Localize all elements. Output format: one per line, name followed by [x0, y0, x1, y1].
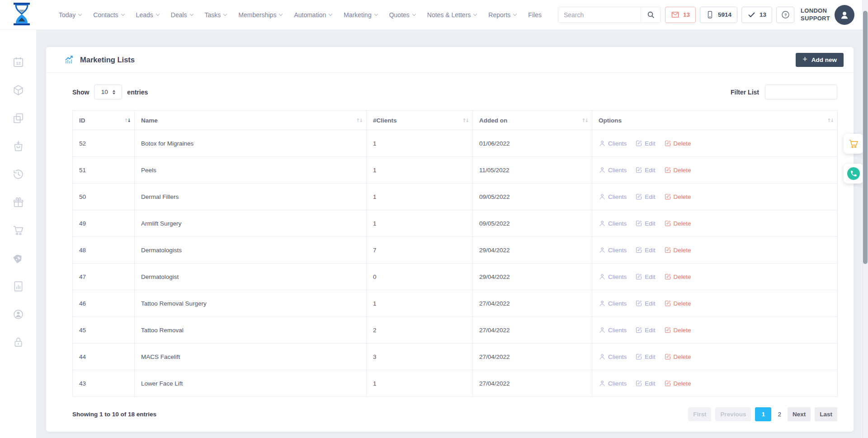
edit-icon: [635, 300, 642, 307]
help-button[interactable]: [776, 7, 794, 23]
clients-link[interactable]: Clients: [599, 246, 627, 254]
add-new-button[interactable]: + Add new: [796, 53, 844, 67]
page-button-2[interactable]: 2: [775, 407, 783, 421]
tasks-badge[interactable]: 13: [741, 7, 772, 23]
edit-link[interactable]: Edit: [635, 380, 655, 387]
delete-link[interactable]: Delete: [664, 166, 691, 174]
messages-badge[interactable]: 13: [665, 7, 696, 23]
sidebar-item-report[interactable]: [12, 280, 24, 292]
person-icon: [599, 220, 606, 227]
edit-link[interactable]: Edit: [635, 353, 655, 360]
page-scrollbar-thumb[interactable]: [863, 11, 868, 264]
page-button-first[interactable]: First: [688, 407, 711, 421]
nav-item-today[interactable]: Today: [59, 11, 81, 19]
delete-link[interactable]: Delete: [664, 246, 691, 254]
page-button-last[interactable]: Last: [815, 407, 837, 421]
delete-edit-icon: [664, 193, 671, 200]
nav-item-deals[interactable]: Deals: [171, 11, 193, 19]
nav-item-contacts[interactable]: Contacts: [93, 11, 124, 19]
page-scrollbar-track[interactable]: [863, 0, 868, 438]
delete-link[interactable]: Delete: [664, 273, 691, 280]
clients-link[interactable]: Clients: [599, 353, 627, 360]
cart-fab-button[interactable]: [844, 134, 863, 154]
edit-link[interactable]: Edit: [635, 140, 655, 147]
delete-link[interactable]: Delete: [664, 353, 691, 360]
clients-link[interactable]: Clients: [599, 273, 627, 280]
page-button-1[interactable]: 1: [755, 407, 771, 421]
delete-link[interactable]: Delete: [664, 140, 691, 147]
gift-icon: [12, 196, 24, 208]
sidebar-item-price-tag[interactable]: [12, 252, 24, 264]
avatar[interactable]: [835, 5, 854, 25]
nav-item-automation[interactable]: Automation: [294, 11, 332, 19]
search-input[interactable]: [558, 7, 641, 23]
edit-link[interactable]: Edit: [635, 193, 655, 200]
delete-link[interactable]: Delete: [664, 193, 691, 200]
cell-clients: 1: [367, 130, 473, 157]
cell-clients: 1: [367, 370, 473, 397]
delete-link[interactable]: Delete: [664, 300, 691, 307]
nav-item-notes-letters[interactable]: Notes & Letters: [427, 11, 477, 19]
nav-item-tasks[interactable]: Tasks: [205, 11, 227, 19]
delete-link[interactable]: Delete: [664, 326, 691, 334]
clients-link[interactable]: Clients: [599, 193, 627, 200]
delete-edit-icon: [664, 326, 671, 334]
sidebar-item-gift[interactable]: [12, 196, 24, 208]
nav-item-files[interactable]: Files: [528, 11, 542, 19]
clients-link[interactable]: Clients: [599, 166, 627, 174]
nav-item-memberships[interactable]: Memberships: [238, 11, 282, 19]
edit-link[interactable]: Edit: [635, 326, 655, 334]
search-button[interactable]: [641, 7, 660, 23]
column-header-name[interactable]: Name ↑↓: [135, 111, 367, 130]
edit-link[interactable]: Edit: [635, 273, 655, 280]
table-row: 49 Armlift Surgery 1 09/05/2022 Clients …: [73, 210, 838, 237]
calls-badge[interactable]: 5914: [700, 7, 737, 23]
sidebar-item-copy[interactable]: [12, 112, 24, 124]
page-button-previous[interactable]: Previous: [715, 407, 751, 421]
sidebar-item-account-sync[interactable]: [12, 308, 24, 320]
nav-item-marketing[interactable]: Marketing: [344, 11, 377, 19]
main-nav: Today Contacts Leads Deals Tasks Members…: [59, 11, 542, 19]
edit-link[interactable]: Edit: [635, 166, 655, 174]
clients-link[interactable]: Clients: [599, 326, 627, 334]
app-logo[interactable]: [12, 3, 32, 27]
column-header-options[interactable]: Options ↑↓: [592, 111, 838, 130]
sidebar-item-bag-receive[interactable]: [12, 140, 24, 152]
chevron-down-icon: [473, 12, 477, 15]
phone-fab-button[interactable]: [844, 164, 863, 184]
entries-per-page-select[interactable]: 10: [94, 85, 122, 99]
column-header-id[interactable]: ID ↑↓: [73, 111, 135, 130]
user-name: LONDON SUPPORT: [801, 7, 830, 23]
marketing-lists-card: Marketing Lists + Add new Show 10 entrie…: [46, 47, 854, 432]
column-header-clients[interactable]: #Clients ↑↓: [367, 111, 473, 130]
sidebar-item-package[interactable]: [12, 84, 24, 96]
table-row: 46 Tattoo Removal Surgery 1 27/04/2022 C…: [73, 290, 838, 317]
nav-item-label: Quotes: [389, 11, 410, 19]
column-header-label: Name: [141, 117, 158, 124]
clients-link[interactable]: Clients: [599, 300, 627, 307]
edit-icon: [635, 220, 642, 227]
nav-item-label: Automation: [294, 11, 326, 19]
delete-link[interactable]: Delete: [664, 220, 691, 227]
sidebar-item-calendar[interactable]: [12, 56, 24, 68]
edit-link[interactable]: Edit: [635, 246, 655, 254]
clients-link[interactable]: Clients: [599, 380, 627, 387]
edit-link[interactable]: Edit: [635, 220, 655, 227]
edit-link[interactable]: Edit: [635, 300, 655, 307]
user-icon: [839, 9, 850, 21]
chevron-down-icon: [189, 12, 193, 15]
clients-link[interactable]: Clients: [599, 140, 627, 147]
page-button-next[interactable]: Next: [788, 407, 811, 421]
nav-item-leads[interactable]: Leads: [136, 11, 159, 19]
sidebar-item-history[interactable]: [12, 168, 24, 180]
sidebar-item-lock[interactable]: [12, 336, 24, 349]
sidebar-item-cart[interactable]: [12, 224, 24, 236]
filter-input[interactable]: [765, 85, 837, 99]
column-header-added-on[interactable]: Added on ↑↓: [473, 111, 592, 130]
badge-count: 13: [760, 11, 766, 18]
nav-item-quotes[interactable]: Quotes: [389, 11, 415, 19]
clients-link[interactable]: Clients: [599, 220, 627, 227]
delete-link[interactable]: Delete: [664, 380, 691, 387]
cart-icon: [848, 138, 859, 149]
nav-item-reports[interactable]: Reports: [488, 11, 516, 19]
